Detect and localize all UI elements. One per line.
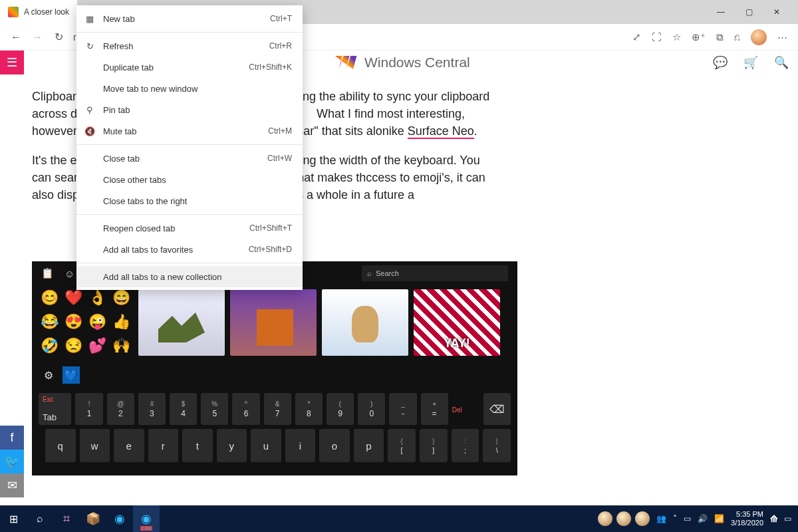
share-facebook-button[interactable]: f <box>0 426 24 450</box>
refresh-button[interactable]: ↻ <box>52 31 65 43</box>
key-9[interactable]: (9 <box>327 393 354 425</box>
emoji-item[interactable]: 😒 <box>63 337 84 358</box>
key--[interactable]: _- <box>389 393 416 425</box>
profile-avatar[interactable] <box>751 29 767 45</box>
forward-button[interactable]: → <box>31 31 44 43</box>
gif-item[interactable] <box>322 289 408 356</box>
tab-1[interactable]: A closer look <box>0 0 77 24</box>
menu-item[interactable]: 🔇Mute tabCtrl+M <box>76 120 303 142</box>
menu-item[interactable]: Close tabs to the right <box>76 190 303 211</box>
site-search-icon[interactable]: 🔍 <box>774 55 789 70</box>
emoji-item[interactable]: 💕 <box>86 337 108 358</box>
key-2[interactable]: @2 <box>107 393 134 425</box>
key-4[interactable]: $4 <box>170 393 197 425</box>
key-5[interactable]: %5 <box>201 393 228 425</box>
emoji-item[interactable]: 😂 <box>39 313 60 334</box>
panel-settings-icon[interactable]: ⚙ <box>40 366 57 384</box>
menu-item[interactable]: ↻RefreshCtrl+R <box>76 35 303 57</box>
key-3[interactable]: #3 <box>138 393 166 425</box>
emoji-item[interactable]: 😊 <box>39 289 60 311</box>
contact-avatar[interactable] <box>616 511 631 526</box>
key-backspace[interactable]: ⌫ <box>483 393 511 425</box>
menu-item[interactable]: Move tab to new window <box>76 78 303 99</box>
key-bracket[interactable]: {[ <box>388 429 416 462</box>
brand-icon[interactable]: ⟰ <box>770 513 777 524</box>
taskbar-app-files[interactable]: 📦 <box>80 505 106 532</box>
taskbar-search-icon[interactable]: ⌕ <box>27 505 53 532</box>
emoji-item[interactable]: ❤️ <box>63 289 84 311</box>
surface-neo-link[interactable]: Surface Neo <box>408 124 474 139</box>
key-u[interactable]: u <box>251 429 281 462</box>
reader-icon[interactable]: ⛶ <box>652 31 662 43</box>
wifi-icon[interactable]: 📶 <box>714 514 724 523</box>
key-bracket[interactable]: }] <box>420 429 448 462</box>
menu-item[interactable]: ▦New tabCtrl+T <box>76 8 303 29</box>
key-7[interactable]: &7 <box>264 393 291 425</box>
menu-item[interactable]: Close other tabs <box>76 169 303 190</box>
key-esc-tab[interactable]: Esc Tab <box>39 393 71 425</box>
key-0[interactable]: )0 <box>358 393 385 425</box>
share-twitter-button[interactable]: 🐦 <box>0 450 24 473</box>
collections-icon[interactable]: ⧉ <box>716 31 724 43</box>
key-o[interactable]: o <box>319 429 350 462</box>
emoji-item[interactable]: 🙌 <box>110 337 132 358</box>
key-bracket[interactable]: :; <box>452 429 479 462</box>
key-8[interactable]: *8 <box>295 393 323 425</box>
extensions-icon[interactable]: ⎌ <box>734 31 740 43</box>
key-p[interactable]: p <box>354 429 384 462</box>
back-button[interactable]: ← <box>9 31 23 43</box>
close-window-button[interactable]: ✕ <box>770 7 783 17</box>
action-center-icon[interactable]: ▭ <box>784 514 791 523</box>
emoji-item[interactable]: 🤣 <box>39 337 60 358</box>
taskbar-app-slack[interactable]: ⌗ <box>53 505 80 532</box>
emoji-tab-icon[interactable]: ☺ <box>65 268 74 279</box>
panel-search-input[interactable]: ⌕ Search <box>362 265 508 281</box>
comments-icon[interactable]: 💬 <box>713 55 728 70</box>
menu-item[interactable]: Duplicate tabCtrl+Shift+K <box>76 57 303 78</box>
key-1[interactable]: !1 <box>75 393 102 425</box>
minimize-button[interactable]: — <box>714 7 728 17</box>
menu-item[interactable]: ⚲Pin tab <box>76 99 303 120</box>
battery-icon[interactable]: ▭ <box>684 514 691 523</box>
cart-icon[interactable]: 🛒 <box>743 55 758 70</box>
key-delete[interactable]: Del <box>452 393 479 425</box>
emoji-item[interactable]: 👍 <box>110 313 132 334</box>
menu-item[interactable]: Close tabCtrl+W <box>76 148 303 169</box>
key-e[interactable]: e <box>114 429 144 462</box>
key-=[interactable]: += <box>421 393 448 425</box>
panel-favorites-icon[interactable]: 💙 <box>63 366 80 384</box>
gif-item[interactable] <box>230 289 317 356</box>
volume-icon[interactable]: 🔊 <box>698 514 708 523</box>
key-r[interactable]: r <box>148 429 179 462</box>
emoji-item[interactable]: 😄 <box>110 289 132 311</box>
gif-item[interactable]: YAY! <box>414 289 500 356</box>
menu-item[interactable]: Add all tabs to favoritesCtrl+Shift+D <box>76 239 303 260</box>
taskbar-app-edge[interactable]: ◉ <box>106 505 133 532</box>
clipboard-tab-icon[interactable]: 📋 <box>41 267 54 279</box>
key-i[interactable]: i <box>285 429 316 462</box>
key-q[interactable]: q <box>45 429 76 462</box>
people-icon[interactable]: 👥 <box>656 514 666 523</box>
more-menu-icon[interactable]: ⋯ <box>777 31 789 43</box>
menu-item[interactable]: Add all tabs to a new collection <box>76 266 303 287</box>
contact-avatar[interactable] <box>598 511 612 526</box>
emoji-item[interactable]: 😍 <box>63 313 84 334</box>
key-6[interactable]: ^6 <box>232 393 259 425</box>
menu-item[interactable]: Reopen closed tabCtrl+Shift+T <box>76 217 303 239</box>
site-logo[interactable]: Windows Central <box>335 55 470 70</box>
key-bracket[interactable]: |\ <box>483 429 511 462</box>
key-y[interactable]: y <box>217 429 247 462</box>
share-email-button[interactable]: ✉ <box>0 473 24 497</box>
add-favorite-icon[interactable]: ⊕⁺ <box>692 31 706 43</box>
taskbar-app-edge-canary[interactable]: ◉ CAN <box>133 505 160 532</box>
open-external-icon[interactable]: ⤢ <box>632 31 641 43</box>
contact-avatar[interactable] <box>635 511 650 526</box>
gif-item[interactable] <box>138 289 225 356</box>
tray-overflow-icon[interactable]: ˄ <box>673 514 677 523</box>
emoji-item[interactable]: 👌 <box>86 289 108 311</box>
site-menu-button[interactable]: ☰ <box>0 51 24 74</box>
favorite-star-icon[interactable]: ☆ <box>672 31 681 43</box>
emoji-item[interactable]: 😜 <box>86 313 108 334</box>
clock[interactable]: 5:35 PM 3/18/2020 <box>731 510 763 527</box>
maximize-button[interactable]: ▢ <box>742 7 755 17</box>
